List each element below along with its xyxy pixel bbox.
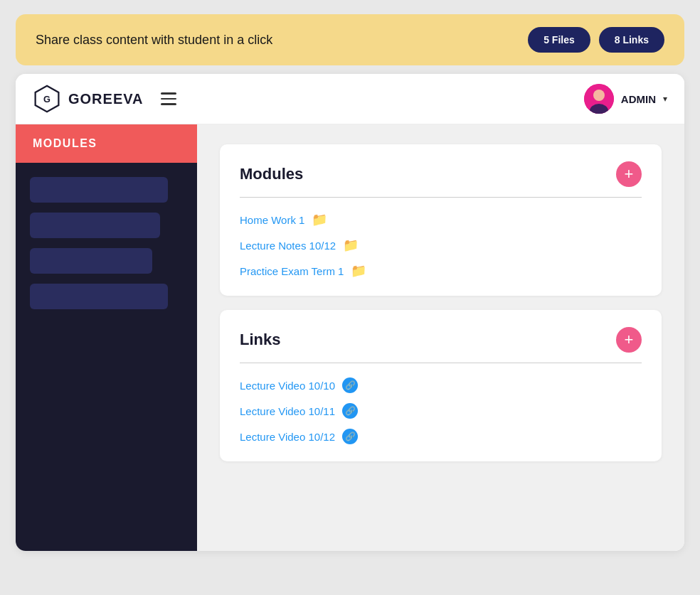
module-link-3[interactable]: Practice Exam Term 1 [240, 265, 344, 277]
add-module-button[interactable]: + [616, 161, 642, 187]
svg-point-3 [593, 90, 605, 101]
sidebar-item-3[interactable] [30, 248, 152, 274]
logo-area: G GOREEVA [33, 85, 144, 113]
module-link-1[interactable]: Home Work 1 [240, 214, 304, 226]
modules-header: Modules + [240, 161, 642, 198]
folder-icon-3: 📁 [351, 263, 366, 279]
module-item-2[interactable]: Lecture Notes 10/12 📁 [240, 237, 642, 253]
files-button[interactable]: 5 Files [528, 27, 590, 53]
link-icon-3: 🔗 [342, 429, 358, 444]
banner-buttons: 5 Files 8 Links [528, 27, 664, 53]
avatar [584, 84, 614, 114]
chevron-down-icon[interactable]: ▾ [663, 94, 667, 104]
link-label-1[interactable]: Lecture Video 10/10 [240, 380, 335, 392]
modules-title: Modules [240, 165, 303, 183]
links-header: Links + [240, 327, 642, 363]
folder-icon-1: 📁 [312, 212, 327, 227]
admin-label: ADMIN [621, 93, 656, 105]
link-icon-1: 🔗 [342, 377, 358, 393]
banner-text: Share class content with student in a cl… [36, 33, 272, 48]
module-item-3[interactable]: Practice Exam Term 1 📁 [240, 263, 642, 279]
navbar-left: G GOREEVA [33, 85, 179, 113]
modules-section: Modules + Home Work 1 📁 Lecture Notes 10… [220, 144, 662, 296]
module-link-2[interactable]: Lecture Notes 10/12 [240, 240, 336, 252]
outer-wrapper: Share class content with student in a cl… [16, 14, 684, 551]
link-item-2[interactable]: Lecture Video 10/11 🔗 [240, 403, 642, 419]
navbar-right: ADMIN ▾ [584, 84, 667, 114]
body-layout: MODULES Modules + [16, 124, 684, 551]
svg-text:G: G [43, 94, 51, 104]
module-item-1[interactable]: Home Work 1 📁 [240, 212, 642, 227]
hamburger-icon[interactable] [158, 90, 179, 108]
folder-icon-2: 📁 [343, 237, 359, 253]
modules-list: Home Work 1 📁 Lecture Notes 10/12 📁 Prac… [240, 212, 642, 279]
link-item-3[interactable]: Lecture Video 10/12 🔗 [240, 429, 642, 444]
sidebar-items [16, 163, 197, 323]
link-item-1[interactable]: Lecture Video 10/10 🔗 [240, 377, 642, 393]
logo-text: GOREEVA [68, 91, 144, 107]
links-list: Lecture Video 10/10 🔗 Lecture Video 10/1… [240, 377, 642, 444]
sidebar-item-2[interactable] [30, 213, 160, 238]
link-icon-2: 🔗 [342, 403, 358, 419]
sidebar-item-1[interactable] [30, 177, 168, 203]
links-section: Links + Lecture Video 10/10 🔗 Lecture Vi… [220, 310, 662, 461]
links-button[interactable]: 8 Links [599, 27, 664, 53]
sidebar-item-4[interactable] [30, 284, 168, 309]
link-label-3[interactable]: Lecture Video 10/12 [240, 431, 335, 443]
add-link-button[interactable]: + [616, 327, 642, 353]
navbar: G GOREEVA ADMIN ▾ [16, 74, 684, 124]
link-label-2[interactable]: Lecture Video 10/11 [240, 405, 335, 417]
logo-hex-icon: G [33, 85, 61, 113]
sidebar: MODULES [16, 124, 197, 551]
app-card: G GOREEVA ADMIN ▾ [16, 74, 684, 551]
banner: Share class content with student in a cl… [16, 14, 684, 65]
links-title: Links [240, 331, 280, 349]
sidebar-modules-header: MODULES [16, 124, 197, 163]
main-content: Modules + Home Work 1 📁 Lecture Notes 10… [197, 124, 684, 551]
